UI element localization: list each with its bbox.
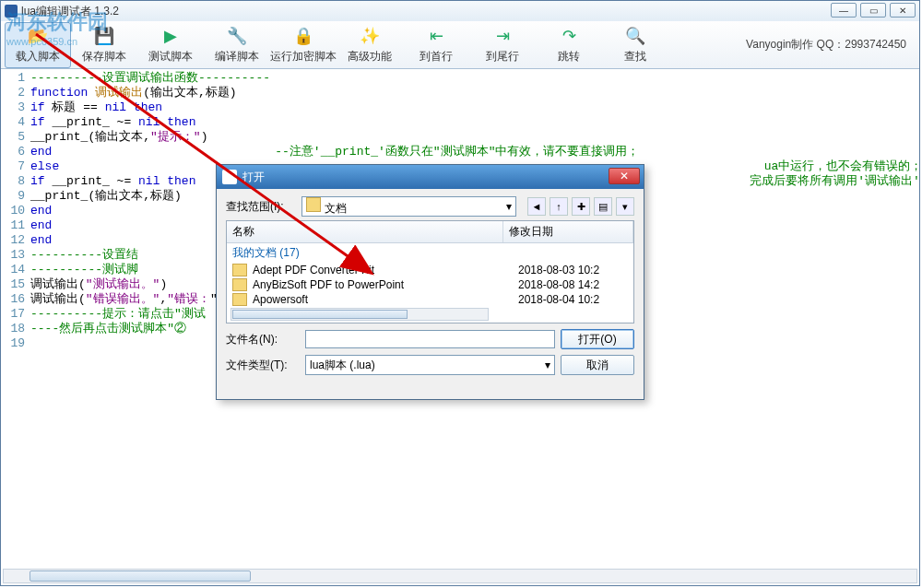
toolbar-编译脚本[interactable]: 🔧编译脚本	[204, 22, 270, 68]
dialog-titlebar[interactable]: 打开 ✕	[217, 165, 644, 189]
col-date[interactable]: 修改日期	[503, 221, 633, 242]
dialog-title: 打开	[242, 170, 265, 185]
toolbar-icon: 📂	[27, 25, 49, 47]
dialog-close-button[interactable]: ✕	[609, 168, 640, 184]
open-dialog: 打开 ✕ 查找范围(I): 文档 ▾ ◄ ↑ ✚ ▤ ▾	[216, 164, 644, 400]
app-icon	[5, 5, 18, 18]
credit-text: Vanyogin制作 QQ：2993742450	[746, 37, 916, 53]
filetype-label: 文件类型(T):	[226, 358, 300, 373]
toolbar-icon: ⇥	[491, 25, 514, 47]
filelist-scrollbar[interactable]	[230, 308, 489, 321]
chevron-down-icon: ▾	[545, 359, 550, 371]
filename-label: 文件名(N):	[226, 332, 300, 347]
maximize-button[interactable]: ▭	[860, 3, 886, 18]
nav-newfolder-button[interactable]: ✚	[572, 197, 590, 216]
toolbar-icon: 🔒	[292, 25, 314, 47]
file-item[interactable]: AnyBizSoft PDF to PowerPoint2018-08-08 1…	[227, 277, 633, 292]
main-window: lua编辑调试者 1.3.2 — ▭ ✕ 河东软件园 www.pc0359.cn…	[0, 0, 920, 586]
toolbar-保存脚本[interactable]: 💾保存脚本	[71, 22, 137, 68]
app-title: lua编辑调试者 1.3.2	[21, 4, 119, 19]
lookin-combo[interactable]: 文档 ▾	[301, 196, 516, 217]
nav-up-button[interactable]: ↑	[550, 197, 568, 216]
toolbar-测试脚本[interactable]: ▶测试脚本	[137, 22, 204, 68]
folder-icon	[306, 197, 321, 212]
toolbar-载入脚本[interactable]: 📂载入脚本	[5, 22, 71, 68]
dialog-icon	[222, 170, 237, 184]
toolbar-运行加密脚本[interactable]: 🔒运行加密脚本	[270, 22, 337, 68]
toolbar-icon: ▶	[160, 25, 182, 47]
toolbar-icon: 💾	[93, 25, 115, 47]
file-list[interactable]: 名称 修改日期 我的文档 (17) Adept PDF Converter Ki…	[226, 220, 634, 323]
toolbar-跳转[interactable]: ↷跳转	[536, 22, 602, 68]
horizontal-scrollbar[interactable]	[3, 569, 917, 583]
col-name[interactable]: 名称	[227, 221, 503, 242]
filetype-combo[interactable]: lua脚本 (.lua) ▾	[305, 355, 555, 375]
nav-back-button[interactable]: ◄	[527, 197, 546, 216]
nav-views-button[interactable]: ▤	[594, 197, 612, 216]
toolbar-icon: ✨	[359, 25, 381, 47]
toolbar-到首行[interactable]: ⇤到首行	[403, 22, 469, 68]
toolbar-到尾行[interactable]: ⇥到尾行	[469, 22, 536, 68]
file-list-header[interactable]: 名称 修改日期	[227, 221, 633, 243]
folder-icon	[232, 264, 247, 276]
toolbar: 📂载入脚本💾保存脚本▶测试脚本🔧编译脚本🔒运行加密脚本✨高级功能⇤到首行⇥到尾行…	[1, 21, 919, 69]
minimize-button[interactable]: —	[831, 3, 857, 18]
close-button[interactable]: ✕	[890, 3, 916, 18]
toolbar-高级功能[interactable]: ✨高级功能	[337, 22, 403, 68]
file-group: 我的文档 (17)	[227, 243, 633, 263]
nav-views-drop[interactable]: ▾	[616, 197, 634, 216]
filename-input[interactable]	[305, 330, 555, 348]
folder-icon	[232, 293, 247, 306]
folder-icon	[232, 278, 247, 291]
filelist-scroll-thumb[interactable]	[232, 310, 408, 319]
toolbar-icon: ⇤	[425, 25, 447, 47]
file-item[interactable]: Apowersoft2018-08-04 10:2	[227, 292, 633, 307]
toolbar-icon: ↷	[558, 25, 580, 47]
toolbar-icon: 🔧	[226, 25, 248, 47]
chevron-down-icon: ▾	[506, 200, 512, 213]
line-gutter: 12345678910111213141516171819	[3, 71, 29, 351]
lookin-label: 查找范围(I):	[226, 199, 296, 215]
open-button[interactable]: 打开(O)	[561, 329, 634, 349]
cancel-button[interactable]: 取消	[561, 355, 634, 375]
file-item[interactable]: Adept PDF Converter Kit2018-08-03 10:2	[227, 263, 633, 277]
titlebar: lua编辑调试者 1.3.2 — ▭ ✕	[1, 1, 919, 21]
toolbar-icon: 🔍	[624, 25, 646, 47]
scrollbar-thumb[interactable]	[30, 570, 251, 582]
toolbar-查找[interactable]: 🔍查找	[602, 22, 668, 68]
